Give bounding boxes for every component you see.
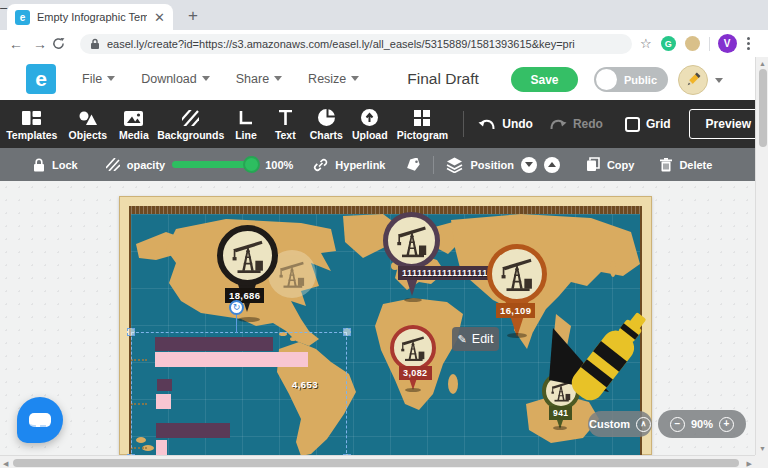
divider: [709, 37, 710, 51]
tab-title: Empty Infographic Template: [37, 11, 147, 23]
line-icon: [238, 108, 253, 126]
zoom-control: − 90% +: [658, 410, 746, 438]
chevron-down-icon: [107, 76, 115, 81]
pin-value: 11111111111111111: [398, 266, 492, 280]
tool-text[interactable]: Text: [266, 100, 304, 148]
lock-button[interactable]: Lock: [33, 158, 78, 172]
save-button[interactable]: Save: [511, 67, 578, 92]
menu-download[interactable]: Download: [141, 72, 210, 86]
scroll-down-arrow[interactable]: ▼: [759, 445, 766, 452]
selection-handle[interactable]: [127, 328, 135, 336]
public-toggle[interactable]: Public: [594, 67, 668, 92]
address-bar[interactable]: easel.ly/create?id=https://s3.amazonaws.…: [80, 34, 632, 54]
redo-icon: [549, 117, 567, 131]
copy-button[interactable]: Copy: [586, 157, 635, 172]
text-icon: [278, 108, 293, 126]
tag-icon: [405, 158, 421, 172]
tool-templates[interactable]: Templates: [0, 100, 64, 148]
easelly-logo[interactable]: e: [26, 64, 56, 94]
zoom-in-button[interactable]: +: [719, 417, 734, 432]
position-control[interactable]: Position: [446, 157, 559, 173]
selection-handle[interactable]: [343, 328, 351, 336]
browser-navbar: ← → easel.ly/create?id=https://s3.amazon…: [0, 30, 768, 57]
tool-objects[interactable]: Objects: [64, 100, 113, 148]
divider: [433, 156, 434, 174]
pencil-icon: ✎: [458, 333, 467, 346]
zoom-mode-button[interactable]: Custom ∧: [588, 411, 652, 437]
backgrounds-icon: [182, 108, 199, 126]
tab-favicon: e: [15, 10, 30, 25]
extension-icon-tan[interactable]: [685, 36, 700, 51]
send-backward-button[interactable]: [521, 157, 537, 173]
menu-resize[interactable]: Resize: [308, 72, 359, 86]
tool-media[interactable]: Media: [112, 100, 156, 148]
zoom-out-button[interactable]: −: [670, 417, 685, 432]
scroll-right-arrow[interactable]: ▶: [747, 460, 752, 467]
back-icon[interactable]: ←: [4, 36, 28, 52]
chevron-down-icon: [351, 76, 359, 81]
vertical-scrollbar[interactable]: ▲ ▼: [755, 57, 768, 455]
editor-header: e File Download Share Resize Final Draft…: [0, 57, 768, 100]
opacity-slider[interactable]: [172, 161, 258, 168]
upload-icon: [361, 108, 378, 126]
url-text: easel.ly/create?id=https://s3.amazonaws.…: [107, 38, 575, 50]
tool-pictogram[interactable]: Pictogram: [392, 100, 454, 148]
opacity-icon: [106, 158, 120, 171]
tab-close-icon[interactable]: ✕: [154, 11, 165, 24]
extension-icon-green[interactable]: G: [661, 36, 676, 51]
grid-checkbox[interactable]: [625, 117, 640, 132]
scrollbar-corner: [755, 455, 768, 468]
chat-fab[interactable]: [17, 397, 63, 443]
hyperlink-icon: [313, 158, 328, 172]
selection-box[interactable]: [131, 332, 347, 458]
user-avatar[interactable]: [678, 65, 708, 95]
redo-button[interactable]: Redo: [549, 117, 603, 131]
scroll-up-arrow[interactable]: ▲: [759, 60, 766, 67]
oil-can-graphic[interactable]: [545, 292, 647, 424]
tool-line[interactable]: Line: [226, 100, 266, 148]
menu-share[interactable]: Share: [236, 72, 282, 86]
new-tab-button[interactable]: +: [188, 6, 198, 26]
arrow-down-icon: [525, 162, 533, 167]
horizontal-scrollbar[interactable]: ◀ ▶: [0, 455, 755, 468]
chevron-up-icon: ∧: [636, 417, 651, 432]
horizontal-scroll-thumb[interactable]: [13, 459, 739, 467]
menu-file[interactable]: File: [82, 72, 115, 86]
document-title[interactable]: Final Draft: [407, 70, 479, 88]
browser-tab[interactable]: e Empty Infographic Template ✕: [7, 4, 173, 30]
scroll-left-arrow[interactable]: ◀: [3, 460, 8, 467]
hyperlink-button[interactable]: Hyperlink: [313, 158, 385, 172]
reload-icon[interactable]: [52, 37, 76, 50]
zoom-level: 90%: [691, 418, 713, 430]
tag-button[interactable]: [405, 158, 421, 172]
screen: e Empty Infographic Template ✕ + – □ × ←…: [0, 0, 768, 468]
opacity-control[interactable]: opacity 100%: [106, 158, 294, 171]
profile-avatar[interactable]: V: [718, 34, 737, 53]
tool-charts[interactable]: Charts: [305, 100, 349, 148]
delete-button[interactable]: Delete: [660, 158, 712, 172]
padlock-icon: [90, 38, 100, 50]
rotate-handle[interactable]: ↻: [229, 300, 244, 315]
grid-toggle[interactable]: Grid: [625, 117, 671, 132]
bookmark-star-icon[interactable]: ☆: [640, 36, 652, 51]
rotate-stem: [236, 314, 237, 333]
copy-icon: [586, 157, 600, 172]
forward-icon[interactable]: →: [28, 36, 52, 52]
toggle-knob: [596, 69, 617, 90]
media-icon: [124, 108, 143, 126]
layers-icon: [446, 157, 463, 173]
tool-backgrounds[interactable]: Backgrounds: [156, 100, 226, 148]
account-chevron-icon[interactable]: [715, 78, 723, 83]
undo-icon: [478, 117, 496, 131]
vertical-scroll-thumb[interactable]: [759, 69, 767, 147]
pin-value: 16,109: [496, 303, 535, 318]
tool-upload[interactable]: Upload: [348, 100, 392, 148]
bring-forward-button[interactable]: [544, 157, 560, 173]
objects-icon: [78, 108, 98, 126]
undo-button[interactable]: Undo: [478, 117, 533, 131]
pictogram-icon: [414, 108, 430, 126]
pin-value: 3,082: [399, 366, 432, 380]
slider-knob[interactable]: [243, 156, 260, 173]
browser-menu-icon[interactable]: [747, 37, 750, 50]
edit-button[interactable]: ✎ Edit: [452, 327, 499, 351]
